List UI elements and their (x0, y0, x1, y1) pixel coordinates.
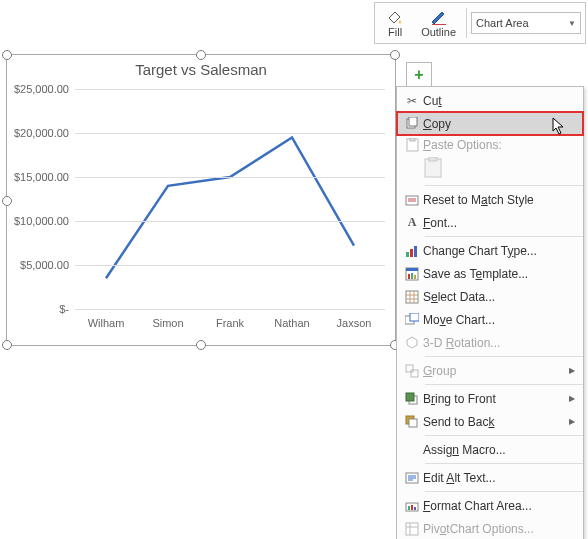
svg-rect-12 (406, 268, 418, 271)
toolbar-divider (466, 8, 467, 38)
selection-handle[interactable] (2, 196, 12, 206)
svg-rect-8 (406, 252, 409, 257)
fill-button[interactable]: Fill (379, 6, 411, 40)
ctx-font-label: Font... (423, 216, 575, 230)
svg-rect-5 (425, 159, 441, 177)
svg-rect-4 (410, 138, 415, 141)
scissors-icon: ✂ (401, 94, 423, 108)
ctx-change-chart-type[interactable]: Change Chart Type... (397, 239, 583, 262)
chevron-right-icon: ▶ (569, 366, 575, 375)
svg-rect-28 (411, 505, 413, 510)
ctx-cut[interactable]: ✂ Cut (397, 89, 583, 112)
font-icon: A (401, 215, 423, 230)
ctx-copy-label: Copy (423, 117, 575, 131)
ctx-separator (425, 463, 583, 464)
svg-rect-24 (409, 419, 417, 427)
x-axis-label: Wilham (75, 317, 137, 329)
ctx-bring-front[interactable]: Bring to Front ▶ (397, 387, 583, 410)
ctx-save-template-label: Save as Template... (423, 267, 575, 281)
svg-rect-27 (408, 506, 410, 510)
ctx-move-chart[interactable]: Move Chart... (397, 308, 583, 331)
clipboard-icon (401, 138, 423, 152)
y-axis-label: $25,000.00 (7, 83, 69, 95)
ctx-font[interactable]: A Font... (397, 211, 583, 234)
ctx-pivotchart-options: PivotChart Options... (397, 517, 583, 539)
ctx-separator (425, 236, 583, 237)
pen-outline-icon (429, 8, 449, 26)
ctx-change-type-label: Change Chart Type... (423, 244, 575, 258)
ctx-edit-alt-text[interactable]: Edit Alt Text... (397, 466, 583, 489)
chart-area[interactable]: Target vs Salesman WilhamSimonFrankNatha… (6, 54, 396, 346)
ctx-bring-front-label: Bring to Front (423, 392, 569, 406)
ctx-assign-macro-label: Assign Macro... (423, 443, 575, 457)
chart-element-selector[interactable]: Chart Area ▼ (471, 12, 581, 34)
y-axis-label: $- (7, 303, 69, 315)
gridline (75, 221, 385, 222)
svg-rect-19 (406, 365, 413, 372)
svg-rect-9 (410, 249, 413, 257)
svg-rect-14 (411, 273, 413, 279)
paint-bucket-icon (385, 8, 405, 26)
ctx-group-label: Group (423, 364, 569, 378)
svg-rect-15 (414, 275, 416, 279)
svg-rect-22 (406, 393, 414, 401)
ctx-copy[interactable]: Copy (397, 112, 583, 135)
ctx-select-data[interactable]: Select Data... (397, 285, 583, 308)
ctx-group: Group ▶ (397, 359, 583, 382)
ctx-select-data-label: Select Data... (423, 290, 575, 304)
selection-handle[interactable] (390, 50, 400, 60)
selection-handle[interactable] (2, 340, 12, 350)
selection-handle[interactable] (196, 340, 206, 350)
chevron-down-icon: ▼ (568, 19, 576, 28)
select-data-icon (401, 290, 423, 304)
gridline (75, 309, 385, 310)
selection-handle[interactable] (196, 50, 206, 60)
ctx-save-template[interactable]: Save as Template... (397, 262, 583, 285)
chart-plot-area: WilhamSimonFrankNathanJaxson $-$5,000.00… (75, 89, 385, 309)
svg-rect-13 (408, 274, 410, 279)
svg-rect-10 (414, 246, 417, 257)
ctx-cut-label: Cut (423, 94, 575, 108)
outline-button[interactable]: Outline (415, 6, 462, 40)
selection-handle[interactable] (2, 50, 12, 60)
chart-line-series (75, 89, 385, 309)
x-axis-labels: WilhamSimonFrankNathanJaxson (75, 317, 385, 329)
svg-rect-18 (410, 313, 419, 321)
move-chart-icon (401, 313, 423, 327)
copy-icon (401, 117, 423, 131)
save-template-icon (401, 267, 423, 281)
ctx-send-back[interactable]: Send to Back ▶ (397, 410, 583, 433)
chart-elements-plus-button[interactable]: + (406, 62, 432, 88)
svg-rect-29 (414, 507, 416, 510)
x-axis-label: Jaxson (323, 317, 385, 329)
ctx-send-back-label: Send to Back (423, 415, 569, 429)
x-axis-label: Frank (199, 317, 261, 329)
ctx-paste-options-label: Paste Options: (423, 138, 575, 152)
ctx-separator (425, 356, 583, 357)
svg-rect-6 (429, 157, 437, 161)
svg-rect-30 (406, 523, 418, 535)
y-axis-label: $15,000.00 (7, 171, 69, 183)
ctx-paste-options: Paste Options: (397, 135, 583, 155)
chevron-right-icon: ▶ (569, 394, 575, 403)
ctx-format-area-label: Format Chart Area... (423, 499, 575, 513)
chart-mini-toolbar: Fill Outline Chart Area ▼ (374, 2, 586, 44)
y-axis-label: $20,000.00 (7, 127, 69, 139)
ctx-format-chart-area[interactable]: Format Chart Area... (397, 494, 583, 517)
ctx-separator (425, 384, 583, 385)
ctx-assign-macro[interactable]: Assign Macro... (397, 438, 583, 461)
bring-front-icon (401, 392, 423, 406)
group-icon (401, 364, 423, 378)
ctx-pivot-options-label: PivotChart Options... (423, 522, 575, 536)
pivot-options-icon (401, 522, 423, 536)
gridline (75, 133, 385, 134)
ctx-reset-style[interactable]: Reset to Match Style (397, 188, 583, 211)
x-axis-label: Simon (137, 317, 199, 329)
reset-style-icon (401, 193, 423, 207)
rotate-3d-icon (401, 336, 423, 350)
svg-rect-0 (432, 24, 446, 25)
gridline (75, 177, 385, 178)
svg-rect-16 (406, 291, 418, 303)
y-axis-label: $5,000.00 (7, 259, 69, 271)
ctx-move-chart-label: Move Chart... (423, 313, 575, 327)
